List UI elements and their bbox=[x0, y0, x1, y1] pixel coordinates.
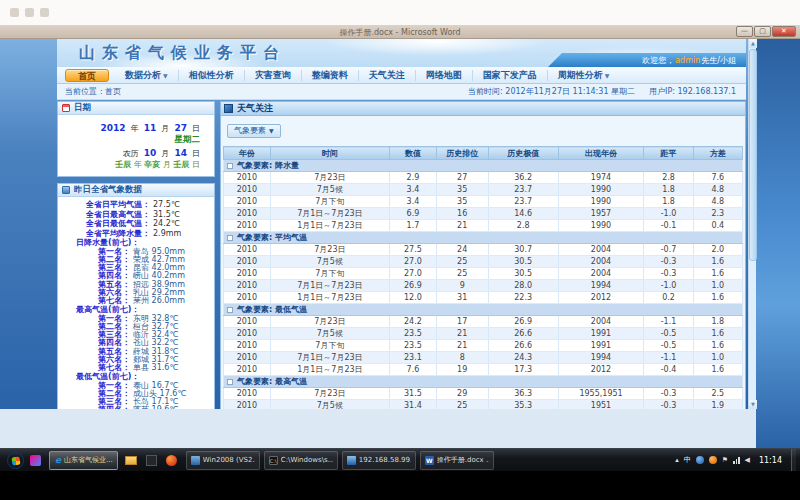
chevron-down-icon: ▼ bbox=[163, 72, 168, 79]
tray-blue-icon[interactable] bbox=[696, 456, 704, 464]
table-cell: 2004 bbox=[558, 316, 644, 328]
summary-row: 全省日最低气温：24.2℃ bbox=[62, 219, 212, 229]
nav-item-7[interactable]: 网络地图 bbox=[415, 70, 472, 81]
table-cell: 12.0 bbox=[390, 292, 437, 304]
group-checkbox[interactable] bbox=[227, 235, 233, 241]
nav-item-9[interactable]: 周期性分析▼ bbox=[547, 70, 620, 81]
panel-header: 天气关注 bbox=[221, 102, 745, 116]
table-cell: 1.8 bbox=[693, 316, 742, 328]
table-row: 20107月5候27.02530.52004-0.31.6 bbox=[224, 256, 743, 268]
start-button[interactable] bbox=[7, 452, 24, 469]
flag-icon[interactable]: ⚑ bbox=[722, 456, 728, 464]
table-cell: 2010 bbox=[224, 280, 271, 292]
taskbar-clock[interactable]: 11:14 bbox=[759, 456, 782, 465]
nav-item-4[interactable]: 灾害查询 bbox=[244, 70, 301, 81]
nav-item-label: 首页 bbox=[78, 71, 96, 81]
table-cell: -1.0 bbox=[644, 208, 693, 220]
show-desktop-button[interactable] bbox=[791, 449, 796, 472]
nav-item-label: 国家下发产品 bbox=[483, 70, 537, 80]
table-cell: 7月23日 bbox=[270, 316, 389, 328]
group-checkbox[interactable] bbox=[227, 379, 233, 385]
table-cell: 17 bbox=[436, 316, 488, 328]
explorer-folder-icon[interactable] bbox=[125, 456, 137, 465]
word-qat-icon[interactable] bbox=[25, 8, 34, 17]
volume-icon[interactable]: ◀ bbox=[745, 456, 750, 464]
taskbar-button[interactable]: Win2008 (VS2... bbox=[186, 451, 260, 470]
table-group-row[interactable]: 气象要素: 平均气温 bbox=[224, 232, 743, 244]
close-icon[interactable]: ✕ bbox=[772, 26, 796, 37]
table-cell: 6.9 bbox=[390, 208, 437, 220]
nav-item-2[interactable]: 数据分析▼ bbox=[115, 70, 178, 81]
table-cell: 2004 bbox=[558, 244, 644, 256]
nav-item-6[interactable]: 天气关注 bbox=[358, 70, 415, 81]
scroll-down-icon[interactable]: ▼ bbox=[749, 400, 757, 409]
nav-item-3[interactable]: 相似性分析 bbox=[178, 70, 244, 81]
qq-icon[interactable] bbox=[709, 456, 717, 464]
table-cell: 1990 bbox=[558, 184, 644, 196]
table-row: 20107月1日～7月23日6.91614.61957-1.02.3 bbox=[224, 208, 743, 220]
table-cell: 2004 bbox=[558, 256, 644, 268]
nav-item-8[interactable]: 国家下发产品 bbox=[472, 70, 547, 81]
table-cell: 24.2 bbox=[390, 316, 437, 328]
element-filter-button[interactable]: 气象要素▼ bbox=[227, 124, 281, 138]
table-cell: 26.6 bbox=[488, 328, 558, 340]
taskbar-button[interactable]: 192.168.58.99... bbox=[342, 451, 416, 470]
nav-item-1[interactable]: 首页 bbox=[65, 69, 109, 82]
taskbar-button[interactable]: C:\C:\Windows\s... bbox=[264, 451, 338, 470]
table-cell: 23.1 bbox=[390, 352, 437, 364]
table-cell: 2.9 bbox=[390, 172, 437, 184]
page-title: 山东省气候业务平台 bbox=[79, 43, 286, 64]
table-cell: 7月下旬 bbox=[270, 196, 389, 208]
app-icon[interactable] bbox=[146, 455, 157, 466]
lunar-date: 农历 10 月 14 日 bbox=[62, 145, 200, 159]
table-cell: 24.3 bbox=[488, 352, 558, 364]
summary-row: 全省平均降水量：2.9mm bbox=[62, 229, 212, 239]
taskbar-button-ie-active[interactable]: e 山东省气候业... bbox=[49, 451, 118, 470]
cmd-icon: C:\ bbox=[269, 456, 278, 465]
table-cell: 1951 bbox=[558, 400, 644, 410]
table-group-row[interactable]: 气象要素: 最高气温 bbox=[224, 376, 743, 388]
table-cell: 7月5候 bbox=[270, 400, 389, 410]
group-checkbox[interactable] bbox=[227, 163, 233, 169]
weekday: 星期二 bbox=[62, 134, 200, 145]
scrollbar-thumb[interactable] bbox=[749, 49, 757, 261]
table-row: 20107月5候3.43523.719901.84.8 bbox=[224, 184, 743, 196]
page-scrollbar[interactable]: ▲ ▼ bbox=[748, 39, 756, 409]
table-cell: 1.6 bbox=[693, 292, 742, 304]
table-header-row: 年份时间数值历史排位历史极值出现年份距平方差 bbox=[224, 147, 743, 160]
minimize-icon[interactable]: — bbox=[736, 26, 753, 37]
table-cell: -0.4 bbox=[644, 364, 693, 376]
table-cell: -0.5 bbox=[644, 328, 693, 340]
taskbar-button[interactable]: W操作手册.docx ... bbox=[420, 451, 494, 470]
table-cell: 7.6 bbox=[390, 364, 437, 376]
scroll-up-icon[interactable]: ▲ bbox=[749, 39, 757, 48]
table-group-row[interactable]: 气象要素: 降水量 bbox=[224, 160, 743, 172]
media-player-icon[interactable] bbox=[166, 455, 177, 466]
table-cell: 1974 bbox=[558, 172, 644, 184]
table-cell: 23.5 bbox=[390, 340, 437, 352]
table-cell: 36.2 bbox=[488, 172, 558, 184]
table-cell: 27.0 bbox=[390, 268, 437, 280]
table-cell: 21 bbox=[436, 328, 488, 340]
table-cell: 30.5 bbox=[488, 256, 558, 268]
main-panel: 天气关注 气象要素▼ 年份时间数值历史排位历史极值出现年份距平方差气象要素: 降… bbox=[220, 101, 746, 409]
nav-item-5[interactable]: 整编资料 bbox=[301, 70, 358, 81]
maximize-icon[interactable]: ▢ bbox=[754, 26, 771, 37]
table-row: 20101月1日～7月23日1.7212.81990-0.10.4 bbox=[224, 220, 743, 232]
table-cell: 1.6 bbox=[693, 328, 742, 340]
summary-label: 全省日平均气温： bbox=[62, 200, 150, 210]
table-cell: 1.6 bbox=[693, 268, 742, 280]
network-icon[interactable] bbox=[733, 457, 740, 464]
breadcrumb: 当前位置：首页 bbox=[57, 86, 468, 97]
tray-expand-icon[interactable]: ▴ bbox=[675, 456, 679, 464]
word-qat-icon[interactable] bbox=[40, 8, 49, 17]
word-qat-icon[interactable] bbox=[10, 8, 19, 17]
table-cell: 7月23日 bbox=[270, 172, 389, 184]
table-group-row[interactable]: 气象要素: 最低气温 bbox=[224, 304, 743, 316]
table-cell: 1.7 bbox=[390, 220, 437, 232]
group-checkbox[interactable] bbox=[227, 307, 233, 313]
group-cell: 气象要素: 最低气温 bbox=[224, 304, 743, 316]
language-indicator[interactable]: 中 bbox=[684, 455, 691, 465]
quick-launch-icon[interactable] bbox=[30, 455, 41, 466]
page-viewport: 山东省气候业务平台 欢迎您， admin 先生/小姐 首页数据分析▼相似性分析灾… bbox=[0, 39, 748, 409]
